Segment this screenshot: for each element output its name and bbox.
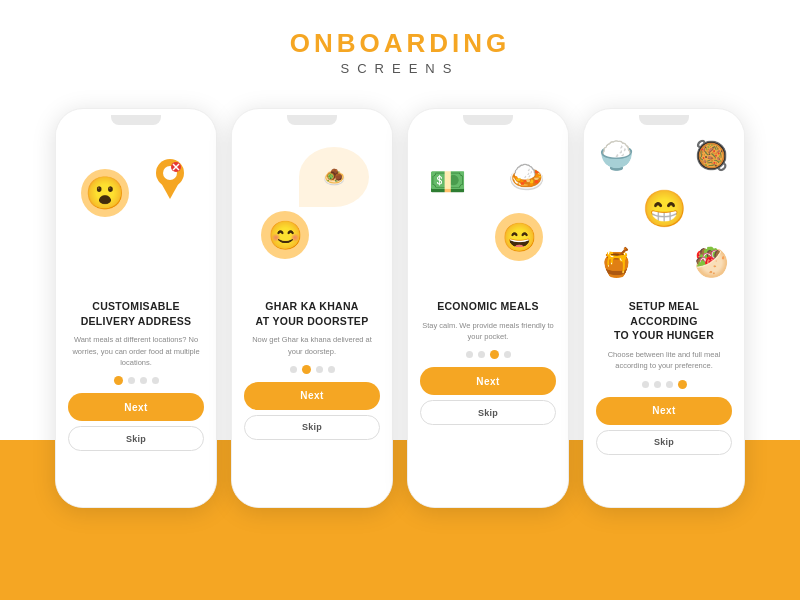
dot-4-active <box>678 380 687 389</box>
screen-3-title: ECONOMIC MEALS <box>437 299 539 314</box>
screen-3-card: 💵 🍛 😄 ECONOMIC MEALS Stay calm. We provi… <box>407 108 569 508</box>
screen-2-next-button[interactable]: Next <box>244 382 380 410</box>
screen-2-bottom: GHAR KA KHANAAT YOUR DOORSTEP Now get Gh… <box>232 289 392 507</box>
screen-4-food2-icon: 🥘 <box>694 139 729 172</box>
dot-2-4 <box>328 366 335 373</box>
screen-3-face-icon: 😄 <box>495 213 543 261</box>
screen-4-dots <box>642 380 687 389</box>
screen-1-dots <box>114 376 159 385</box>
phone-notch-wrap-3 <box>408 109 568 129</box>
screen-3-dots <box>466 350 511 359</box>
screen-2-card: 🧆 😊 GHAR KA KHANAAT YOUR DOORSTEP Now ge… <box>231 108 393 508</box>
screen-4-next-button[interactable]: Next <box>596 397 732 425</box>
screen-1-pin-icon <box>151 159 189 197</box>
screen-1-illus-container: 😮 <box>71 139 201 279</box>
screen-2-dots <box>290 365 335 374</box>
phone-notch-wrap-4 <box>584 109 744 129</box>
dot-4-2 <box>654 381 661 388</box>
screen-2-illustration: 🧆 😊 <box>232 129 392 289</box>
dot-3-2 <box>478 351 485 358</box>
phone-notch-4 <box>639 115 689 125</box>
svg-marker-2 <box>160 181 180 199</box>
header: ONBOARDING SCREENS <box>0 0 800 88</box>
dot-3-4 <box>504 351 511 358</box>
screen-1-title: CUSTOMISABLEDELIVERY ADDRESS <box>81 299 192 328</box>
phone-notch-wrap-2 <box>232 109 392 129</box>
screen-1-skip-button[interactable]: Skip <box>68 426 204 451</box>
screen-2-skip-button[interactable]: Skip <box>244 415 380 440</box>
screen-3-illustration: 💵 🍛 😄 <box>408 129 568 289</box>
dot-1-3 <box>140 377 147 384</box>
page-subtitle: SCREENS <box>0 61 800 76</box>
screen-1-next-button[interactable]: Next <box>68 393 204 421</box>
phone-notch-1 <box>111 115 161 125</box>
screen-3-plate-icon: 🍛 <box>508 159 545 194</box>
screen-4-food4-icon: 🥙 <box>694 246 729 279</box>
screens-row: 😮 CUSTOMISABLEDELIVERY ADDRESS <box>0 88 800 508</box>
dot-1-4 <box>152 377 159 384</box>
screen-3-skip-button[interactable]: Skip <box>420 400 556 425</box>
screen-3-next-button[interactable]: Next <box>420 367 556 395</box>
screen-3-desc: Stay calm. We provide meals friendly to … <box>420 320 556 343</box>
dot-4-1 <box>642 381 649 388</box>
screen-2-desc: Now get Ghar ka khana delivered at your … <box>244 334 380 357</box>
screen-4-bottom: SETUP MEAL ACCORDINGTO YOUR HUNGER Choos… <box>584 289 744 507</box>
screen-4-title: SETUP MEAL ACCORDINGTO YOUR HUNGER <box>596 299 732 343</box>
screen-1-illustration: 😮 <box>56 129 216 289</box>
screen-2-face-icon: 😊 <box>261 211 309 259</box>
screen-1-card: 😮 CUSTOMISABLEDELIVERY ADDRESS <box>55 108 217 508</box>
screen-4-illustration: 🍚 🥘 😁 🍯 🥙 <box>584 129 744 289</box>
screen-1-desc: Want meals at different locations? No wo… <box>68 334 204 368</box>
screen-4-food3-icon: 🍯 <box>599 246 634 279</box>
screen-2-illus-container: 🧆 😊 <box>247 139 377 279</box>
phone-notch-3 <box>463 115 513 125</box>
dot-3-active <box>490 350 499 359</box>
screen-4-food1-icon: 🍚 <box>599 139 634 172</box>
screen-4-desc: Choose between lite and full meal accord… <box>596 349 732 372</box>
screen-4-illus-container: 🍚 🥘 😁 🍯 🥙 <box>594 134 734 284</box>
phone-notch-wrap-1 <box>56 109 216 129</box>
screen-3-money-icon: 💵 <box>429 164 466 199</box>
dot-2-3 <box>316 366 323 373</box>
dot-2-1 <box>290 366 297 373</box>
page-background: ONBOARDING SCREENS 😮 <box>0 0 800 600</box>
phone-notch-2 <box>287 115 337 125</box>
screen-3-illus-container: 💵 🍛 😄 <box>423 139 553 279</box>
screen-2-bubble-icon: 🧆 <box>299 147 369 207</box>
screen-2-title: GHAR KA KHANAAT YOUR DOORSTEP <box>256 299 369 328</box>
dot-1-active <box>114 376 123 385</box>
page-title: ONBOARDING <box>0 28 800 59</box>
dot-4-3 <box>666 381 673 388</box>
dot-3-1 <box>466 351 473 358</box>
dot-1-2 <box>128 377 135 384</box>
screen-3-bottom: ECONOMIC MEALS Stay calm. We provide mea… <box>408 289 568 507</box>
screen-1-face-icon: 😮 <box>81 169 129 217</box>
screen-4-face-icon: 😁 <box>642 188 687 230</box>
screen-4-skip-button[interactable]: Skip <box>596 430 732 455</box>
screen-1-bottom: CUSTOMISABLEDELIVERY ADDRESS Want meals … <box>56 289 216 507</box>
screen-4-card: 🍚 🥘 😁 🍯 🥙 SETUP MEAL ACCORDINGTO YOUR HU… <box>583 108 745 508</box>
dot-2-active <box>302 365 311 374</box>
